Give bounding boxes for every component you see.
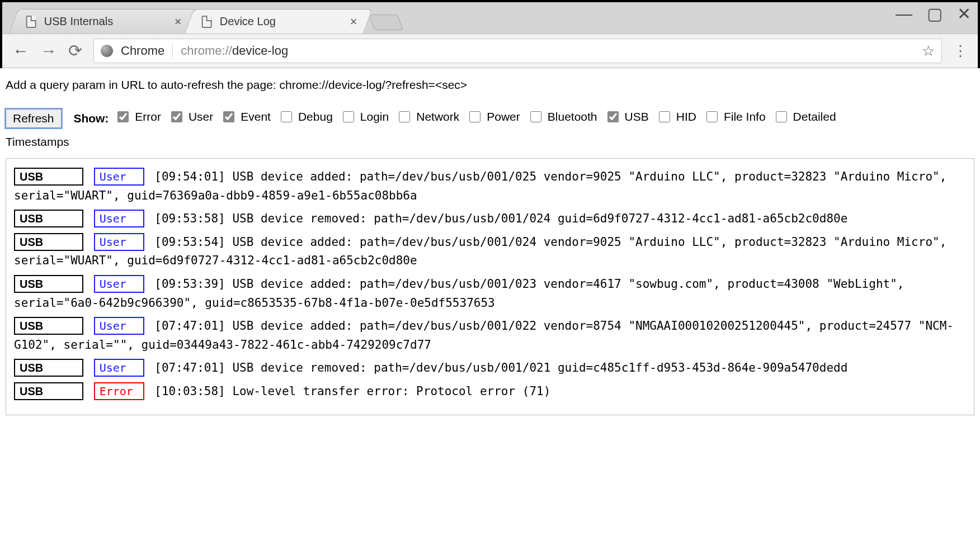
filter-checkbox[interactable] [171, 111, 182, 122]
filter-label: Debug [298, 105, 333, 129]
log-level-tag: User [94, 168, 144, 186]
filter-label: Power [487, 105, 520, 129]
log-level-tag: User [94, 210, 144, 227]
back-button[interactable]: ← [12, 42, 29, 59]
filter-error[interactable]: Error [115, 105, 161, 129]
filter-checkbox[interactable] [659, 111, 670, 122]
tab-device-log[interactable]: Device Log × [185, 9, 373, 34]
tab-usb-internals[interactable]: USB Internals × [9, 9, 197, 34]
filter-login[interactable]: Login [341, 105, 389, 129]
separator [172, 43, 173, 59]
log-entry: USB User [09:54:01] USB device added: pa… [14, 168, 966, 205]
log-level-tag: Error [94, 382, 144, 400]
filter-checkbox[interactable] [223, 111, 234, 122]
filter-usb[interactable]: USB [605, 105, 649, 129]
filter-label: File Info [724, 105, 766, 129]
log-entry: USB Error [10:03:58] Low-level transfer … [14, 382, 966, 401]
bookmark-star-icon[interactable]: ☆ [922, 42, 935, 60]
filter-network[interactable]: Network [397, 105, 459, 129]
url-scheme-label: Chrome [121, 44, 164, 58]
show-label: Show: [73, 112, 109, 125]
tab-title: Device Log [220, 15, 342, 28]
log-entry: USB User [07:47:01] USB device removed: … [14, 359, 966, 378]
filter-detailed[interactable]: Detailed [774, 105, 836, 129]
log-type-tag: USB [14, 168, 83, 186]
close-icon[interactable]: × [175, 16, 182, 28]
log-message: [09:54:01] USB device added: path=/dev/b… [14, 170, 946, 202]
filter-event[interactable]: Event [221, 105, 271, 129]
log-message: [09:53:54] USB device added: path=/dev/b… [14, 235, 946, 268]
log-message: [07:47:01] USB device added: path=/dev/b… [14, 319, 954, 352]
tab-strip: USB Internals × Device Log × ― ▢ ✕ [2, 2, 978, 34]
forward-button[interactable]: → [40, 42, 57, 59]
filter-label: Error [135, 105, 161, 129]
log-entry: USB User [07:47:01] USB device added: pa… [14, 317, 966, 354]
page-icon [26, 16, 36, 28]
filter-file-info[interactable]: File Info [704, 105, 766, 129]
filter-label: Network [416, 105, 459, 129]
log-message: [10:03:58] Low-level transfer error: Pro… [154, 385, 550, 398]
filter-debug[interactable]: Debug [279, 105, 333, 129]
browser-chrome: USB Internals × Device Log × ― ▢ ✕ ← → ⟳… [0, 0, 980, 68]
filter-checkbox[interactable] [343, 111, 354, 122]
log-type-tag: USB [14, 359, 83, 377]
log-entry: USB User [09:53:39] USB device added: pa… [14, 275, 966, 312]
log-level-tag: User [94, 233, 144, 251]
log-message: [09:53:39] USB device added: path=/dev/b… [14, 277, 904, 310]
filter-checkbox[interactable] [530, 111, 541, 122]
address-bar[interactable]: Chrome chrome://device-log ☆ [93, 39, 942, 63]
filter-checkbox[interactable] [776, 111, 787, 122]
filter-user[interactable]: User [169, 105, 213, 129]
toolbar: ← → ⟳ Chrome chrome://device-log ☆ ⋮ [2, 34, 978, 68]
reload-button[interactable]: ⟳ [68, 42, 82, 59]
page-body: Add a query param in URL to auto-refresh… [0, 68, 980, 426]
log-type-tag: USB [14, 275, 83, 293]
filter-label: Login [360, 105, 389, 129]
refresh-button[interactable]: Refresh [6, 109, 62, 128]
close-icon[interactable]: × [350, 16, 357, 28]
maximize-icon[interactable]: ▢ [927, 6, 943, 22]
log-type-tag: USB [14, 317, 83, 335]
log-message: [09:53:58] USB device removed: path=/dev… [154, 212, 847, 225]
filter-power[interactable]: Power [467, 105, 520, 129]
window-controls: ― ▢ ✕ [896, 6, 971, 22]
log-type-tag: USB [14, 210, 83, 227]
url-prefix: chrome:// [181, 44, 232, 58]
log-level-tag: User [94, 359, 144, 377]
chrome-icon [101, 45, 113, 57]
auto-refresh-hint: Add a query param in URL to auto-refresh… [6, 78, 974, 92]
filter-hid[interactable]: HID [657, 105, 696, 129]
filter-checkbox[interactable] [706, 111, 718, 122]
url-text: chrome://device-log [181, 44, 288, 58]
filter-label: Event [241, 105, 271, 129]
minimize-icon[interactable]: ― [896, 6, 912, 22]
log-entry: USB User [09:53:58] USB device removed: … [14, 210, 966, 229]
menu-button[interactable]: ⋮ [953, 48, 968, 54]
filter-label: Bluetooth [548, 105, 597, 129]
log-message: [07:47:01] USB device removed: path=/dev… [154, 361, 847, 374]
log-level-tag: User [94, 317, 144, 335]
timestamps-label: Timestamps [6, 135, 69, 148]
new-tab-button[interactable] [369, 15, 403, 30]
filter-checkbox[interactable] [399, 111, 410, 122]
close-window-icon[interactable]: ✕ [957, 6, 971, 22]
log-level-tag: User [94, 275, 144, 293]
log-panel: USB User [09:54:01] USB device added: pa… [6, 158, 974, 415]
filter-label: HID [676, 105, 696, 129]
url-host: device-log [232, 44, 288, 58]
filter-checkbox[interactable] [117, 111, 129, 122]
tab-title: USB Internals [44, 15, 167, 28]
filter-label: User [189, 105, 213, 129]
log-type-tag: USB [14, 233, 83, 251]
filter-checkbox[interactable] [607, 111, 619, 122]
page-icon [202, 16, 212, 28]
log-type-tag: USB [14, 382, 83, 400]
filter-label: USB [625, 105, 649, 129]
filter-checkbox[interactable] [281, 111, 292, 122]
filter-label: Detailed [793, 105, 836, 129]
filter-checkbox[interactable] [469, 111, 480, 122]
filter-bluetooth[interactable]: Bluetooth [528, 105, 597, 129]
controls-row: Refresh Show: ErrorUserEventDebugLoginNe… [6, 105, 974, 154]
log-entry: USB User [09:53:54] USB device added: pa… [14, 233, 966, 270]
